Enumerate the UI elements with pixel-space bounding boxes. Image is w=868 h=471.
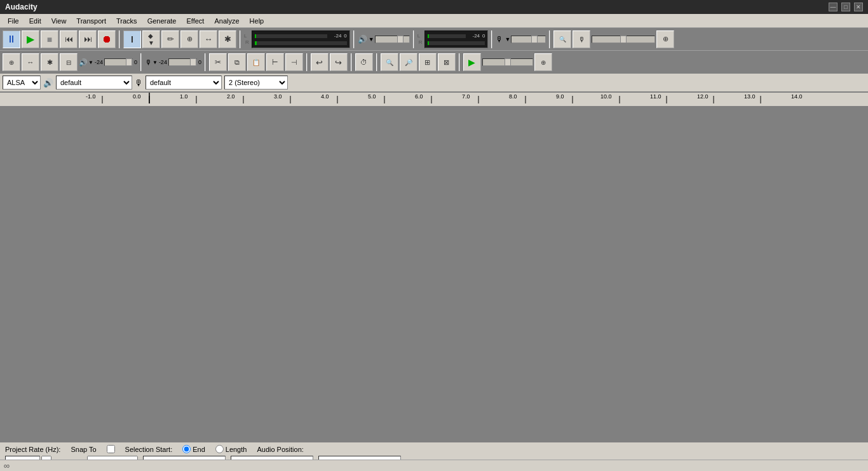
svg-text:10.0: 10.0	[600, 93, 612, 100]
playback-meter-label-r: R	[245, 39, 249, 45]
menu-edit[interactable]: Edit	[24, 16, 46, 26]
rec-db-zero: 0	[482, 33, 485, 39]
pause-button[interactable]: ⏸	[3, 30, 20, 48]
host-select[interactable]: ALSA	[3, 76, 41, 90]
zero-label-pb: 0	[134, 59, 137, 65]
length-radio-label[interactable]: Length	[215, 445, 247, 453]
svg-text:6.0: 6.0	[415, 93, 423, 100]
mic-row2-icon: 🎙	[145, 58, 152, 66]
status-bar: ∞	[0, 460, 868, 471]
play-button[interactable]: ▶	[22, 30, 39, 48]
separator-3	[353, 30, 355, 48]
ruler-svg: -1.0 0.0 1.0 2.0 3.0 4.0 5.0 6.0 7.0 8.0	[86, 93, 868, 103]
zoom-out-button[interactable]: 🔎	[400, 53, 417, 71]
playback-db-zero: 0	[344, 33, 346, 39]
channels-select[interactable]: 2 (Stereo)	[224, 76, 288, 90]
length-radio[interactable]	[215, 445, 224, 453]
play-at-speed-button[interactable]: ▶	[463, 53, 481, 71]
audio-position-label: Audio Position:	[257, 446, 303, 453]
end-radio[interactable]	[182, 445, 191, 453]
redo-button[interactable]: ↪	[330, 53, 348, 71]
menu-view[interactable]: View	[46, 16, 72, 26]
tool-pencil[interactable]: ✏	[161, 30, 179, 48]
app: Audacity — □ ✕ File Edit View Transport …	[0, 0, 868, 471]
length-label: Length	[226, 446, 247, 453]
timer-button[interactable]: ⏱	[355, 53, 373, 71]
zoom-vert-btn[interactable]: ⊟	[60, 53, 78, 71]
zoom-project-button[interactable]: ⊠	[438, 53, 456, 71]
tool-timeshift[interactable]: ↔	[200, 30, 217, 48]
close-button[interactable]: ✕	[854, 3, 863, 11]
separator-6	[549, 30, 550, 48]
paste-button[interactable]: 📋	[247, 53, 265, 71]
separator-4	[413, 30, 414, 48]
svg-text:8.0: 8.0	[509, 93, 517, 100]
rec-volume-control: ▼	[505, 36, 546, 43]
svg-text:13.0: 13.0	[744, 93, 756, 100]
window-controls: — □ ✕	[829, 3, 863, 11]
bottom-row1: Project Rate (Hz): Snap To Selection Sta…	[5, 445, 863, 453]
tool-multi[interactable]: ✱	[219, 30, 236, 48]
stop-button[interactable]: ■	[41, 30, 58, 48]
separator-5	[491, 30, 492, 48]
speed-right-btn[interactable]: ⊕	[534, 53, 552, 71]
end-label: End	[193, 446, 205, 453]
menu-help[interactable]: Help	[245, 16, 269, 26]
menu-analyze[interactable]: Analyze	[209, 16, 244, 26]
menu-generate[interactable]: Generate	[142, 16, 182, 26]
zoom-out-sel-btn[interactable]: ↔	[22, 53, 39, 71]
menu-file[interactable]: File	[3, 16, 24, 26]
svg-text:-1.0: -1.0	[86, 93, 96, 100]
minus24-label-pb: -24	[95, 59, 103, 65]
tool-envelope[interactable]: ◆▼	[142, 30, 160, 48]
tool-cursor[interactable]: I	[123, 30, 141, 48]
copy-button[interactable]: ⧉	[228, 53, 246, 71]
recording-device-select[interactable]: default	[146, 76, 222, 90]
silence-button[interactable]: ⊣	[285, 53, 303, 71]
playback-speed-slider[interactable]	[482, 58, 533, 66]
mic-icon[interactable]: 🎙	[573, 30, 590, 48]
vol-down-icon: ▼	[369, 36, 374, 43]
cut-button[interactable]: ✂	[209, 53, 227, 71]
zoom-in-sel-btn[interactable]: ⊕	[3, 53, 20, 71]
end-radio-label[interactable]: End	[182, 445, 205, 453]
zoom-fit-button[interactable]: ⊞	[419, 53, 437, 71]
menu-tracks[interactable]: Tracks	[111, 16, 142, 26]
scrub-icon[interactable]: 🔍	[553, 30, 571, 48]
rec-vol-icon: 🎙	[496, 35, 503, 44]
recording-meter: -24 0	[424, 30, 488, 48]
infinity-icon: ∞	[4, 461, 10, 470]
playback-device-select[interactable]: default	[56, 76, 132, 90]
extra-right-btn[interactable]: ⊕	[656, 30, 674, 48]
rec-volume-slider[interactable]	[511, 36, 546, 43]
rec-db-left: -24	[467, 33, 480, 39]
playback-vol-row2[interactable]	[104, 58, 133, 66]
separator-1	[119, 30, 120, 48]
playback-vol-group: 🔊 ▼	[79, 58, 93, 67]
record-button[interactable]: ⏺	[98, 30, 116, 48]
undo-button[interactable]: ↩	[311, 53, 329, 71]
skip-start-button[interactable]: ⏮	[60, 30, 78, 48]
rec-vol-down-icon: ▼	[505, 36, 510, 43]
svg-text:2.0: 2.0	[227, 93, 235, 100]
extra-slider[interactable]	[592, 36, 655, 43]
maximize-button[interactable]: □	[841, 3, 850, 11]
minimize-button[interactable]: —	[829, 3, 837, 11]
rec-vol-row2[interactable]	[168, 58, 197, 66]
menu-transport[interactable]: Transport	[71, 16, 111, 26]
skip-end-button[interactable]: ⏭	[79, 30, 97, 48]
playback-vol-icon: 🔊	[358, 35, 367, 44]
playback-volume-slider[interactable]	[375, 36, 410, 43]
menu-effect[interactable]: Effect	[182, 16, 210, 26]
zoom-normal-btn[interactable]: ✱	[41, 53, 58, 71]
snap-to-checkbox[interactable]	[107, 445, 115, 453]
timeline-ruler: -1.0 0.0 1.0 2.0 3.0 4.0 5.0 6.0 7.0 8.0	[0, 93, 868, 107]
separator-r2-5	[376, 53, 377, 71]
zoom-in-button[interactable]: 🔍	[381, 53, 398, 71]
trim-button[interactable]: ⊢	[266, 53, 284, 71]
title-bar: Audacity — □ ✕	[0, 0, 868, 14]
tool-zoom[interactable]: ⊕	[180, 30, 198, 48]
minus24-label-rec: -24	[159, 59, 167, 65]
extra-slider-area	[592, 36, 655, 43]
separator-r2-6	[459, 53, 460, 71]
